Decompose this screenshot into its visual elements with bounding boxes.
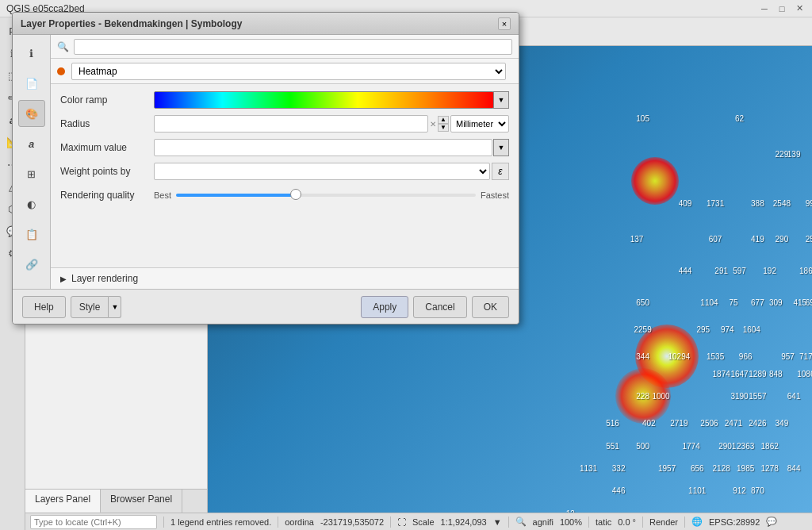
color-ramp-row: Color ramp ▼ — [60, 90, 509, 109]
weight-input-group: ε — [154, 163, 509, 180]
max-value-row: Maximum value Automatic ▼ — [60, 138, 509, 157]
quality-fastest-label: Fastest — [481, 190, 509, 200]
max-value-input[interactable]: Automatic — [154, 139, 492, 156]
radius-label: Radius — [60, 118, 147, 129]
cancel-button[interactable]: Cancel — [413, 296, 466, 318]
color-ramp-label: Color ramp — [60, 94, 147, 106]
layer-rendering-arrow: ▶ — [60, 275, 67, 283]
layer-type-row: Heatmap — [51, 59, 519, 84]
weight-select[interactable] — [154, 163, 490, 180]
dialog-side-source[interactable]: 📄 — [18, 70, 45, 97]
dialog-side-fields[interactable]: ⊞ — [18, 160, 45, 187]
clear-icon[interactable]: ✕ — [430, 120, 436, 129]
dialog-search-input[interactable] — [74, 39, 512, 55]
weight-epsilon-button[interactable]: ε — [492, 163, 509, 180]
weight-row: Weight points by ε — [60, 162, 509, 181]
color-ramp-preview[interactable] — [154, 91, 494, 109]
dialog-close-button[interactable]: × — [498, 17, 511, 30]
apply-button[interactable]: Apply — [361, 296, 408, 318]
quality-row: Rendering quality Best Fastest — [60, 186, 509, 205]
properties-form: Color ramp ▼ Radius 10.000000 ✕ — [51, 84, 519, 267]
quality-slider-group: Best Fastest — [154, 190, 509, 200]
color-ramp-dropdown[interactable]: ▼ — [493, 91, 509, 109]
radius-increment[interactable]: ▲ — [438, 116, 449, 124]
heatmap-type-dot — [57, 67, 65, 75]
quality-slider[interactable] — [176, 194, 476, 197]
dialog-sidebar: ℹ 📄 🎨 a ⊞ ◐ 📋 🔗 — [13, 35, 51, 289]
dialog-main: 🔍 Heatmap Color ramp — [51, 35, 519, 289]
quality-label: Rendering quality — [60, 190, 147, 201]
dialog-side-metadata[interactable]: 📋 — [18, 221, 45, 248]
ok-button[interactable]: OK — [472, 296, 509, 318]
dialog-search-bar: 🔍 — [51, 35, 519, 59]
layer-rendering-section: ▶ Layer rendering — [51, 267, 519, 289]
layer-type-select[interactable]: Heatmap — [71, 63, 506, 80]
dialog-overlay: Layer Properties - Bekendmakingen | Symb… — [0, 0, 812, 530]
radius-spinners: ▲ ▼ — [438, 116, 449, 132]
max-value-label: Maximum value — [60, 142, 147, 153]
help-button[interactable]: Help — [22, 296, 66, 318]
style-dropdown-arrow[interactable]: ▼ — [109, 296, 121, 318]
dialog-side-joins[interactable]: 🔗 — [18, 251, 45, 278]
style-button-group: Style ▼ — [71, 296, 122, 318]
dialog-title: Layer Properties - Bekendmakingen | Symb… — [21, 18, 242, 29]
max-value-group: Automatic ▼ — [154, 139, 509, 156]
dialog-titlebar: Layer Properties - Bekendmakingen | Symb… — [13, 13, 519, 35]
radius-unit-select[interactable]: Millimeter — [450, 115, 509, 132]
style-button[interactable]: Style — [71, 296, 109, 318]
dialog-side-info[interactable]: ℹ — [18, 40, 45, 67]
radius-decrement[interactable]: ▼ — [438, 124, 449, 132]
dialog-side-symbology[interactable]: 🎨 — [18, 100, 45, 127]
quality-slider-thumb[interactable] — [290, 189, 301, 200]
radius-input-group: 10.000000 ✕ ▲ ▼ Millimeter — [154, 115, 509, 132]
radius-row: Radius 10.000000 ✕ ▲ ▼ Millimeter — [60, 114, 509, 133]
quality-best-label: Best — [154, 190, 171, 200]
dialog-body: ℹ 📄 🎨 a ⊞ ◐ 📋 🔗 🔍 — [13, 35, 519, 289]
weight-label: Weight points by — [60, 166, 147, 177]
dialog-side-rendering[interactable]: ◐ — [18, 190, 45, 217]
search-icon: 🔍 — [57, 41, 69, 52]
max-value-dropdown[interactable]: ▼ — [493, 139, 509, 156]
dialog-footer: Help Style ▼ Apply Cancel OK — [13, 289, 519, 324]
dialog-side-labels[interactable]: a — [18, 130, 45, 157]
layer-properties-dialog: Layer Properties - Bekendmakingen | Symb… — [12, 12, 519, 325]
color-ramp-value: ▼ — [154, 91, 509, 109]
layer-rendering-label: Layer rendering — [71, 273, 138, 284]
radius-input[interactable]: 10.000000 — [154, 115, 428, 132]
layer-rendering-header[interactable]: ▶ Layer rendering — [60, 273, 509, 284]
